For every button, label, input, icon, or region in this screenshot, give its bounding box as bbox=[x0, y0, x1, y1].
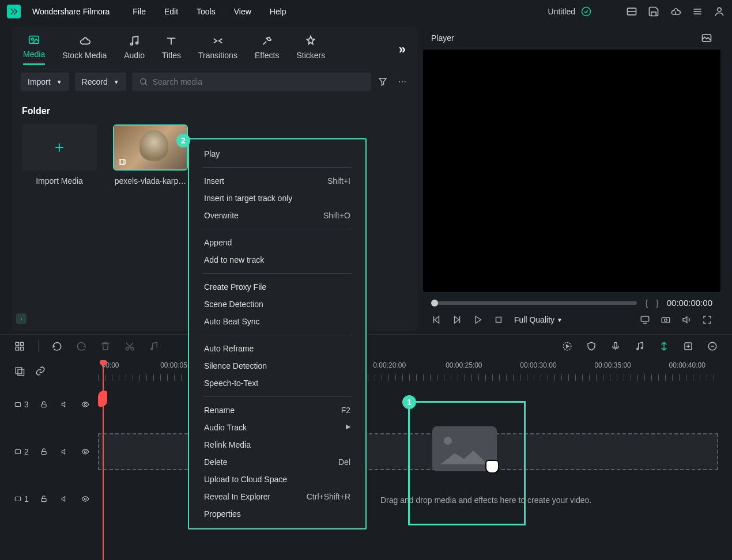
cm-insert-target[interactable]: Insert in target track only bbox=[189, 190, 365, 207]
cm-upload-cloud[interactable]: Upload to Cloud Space bbox=[189, 471, 365, 488]
search-box[interactable] bbox=[132, 73, 371, 91]
tab-transitions[interactable]: Transitions bbox=[198, 35, 237, 65]
marker-icon[interactable] bbox=[658, 340, 670, 352]
cm-append[interactable]: Append bbox=[189, 234, 365, 251]
cm-auto-reframe[interactable]: Auto Reframe bbox=[189, 340, 365, 357]
volume-icon[interactable] bbox=[681, 315, 692, 325]
camera-icon[interactable] bbox=[661, 315, 671, 325]
eye-icon[interactable] bbox=[80, 446, 91, 457]
lock-icon[interactable] bbox=[38, 399, 50, 410]
record-dropdown[interactable]: Record ▼ bbox=[75, 73, 126, 91]
cut-icon[interactable] bbox=[124, 340, 135, 352]
render-icon[interactable] bbox=[561, 340, 573, 352]
search-input[interactable] bbox=[153, 77, 364, 86]
lock-icon[interactable] bbox=[38, 446, 50, 457]
play-icon[interactable] bbox=[473, 315, 483, 325]
cm-create-proxy[interactable]: Create Proxy File bbox=[189, 278, 365, 296]
menubar: Wondershare Filmora File Edit Tools View… bbox=[0, 0, 732, 23]
more-icon[interactable]: ⋯ bbox=[397, 76, 408, 88]
cm-auto-beat[interactable]: Auto Beat Sync bbox=[189, 313, 365, 330]
import-media-box[interactable]: + bbox=[22, 124, 97, 171]
menu-icon[interactable] bbox=[692, 6, 703, 17]
undo-icon[interactable] bbox=[51, 340, 63, 352]
filter-icon[interactable] bbox=[377, 76, 388, 88]
svg-marker-28 bbox=[683, 317, 687, 323]
scrubber[interactable] bbox=[431, 301, 637, 305]
grid-icon[interactable] bbox=[14, 340, 25, 352]
menu-edit[interactable]: Edit bbox=[164, 7, 178, 16]
svg-point-34 bbox=[131, 347, 134, 350]
more-tabs-icon[interactable]: » bbox=[399, 42, 406, 57]
player-viewport[interactable] bbox=[423, 50, 720, 292]
cm-delete[interactable]: DeleteDel bbox=[189, 453, 365, 471]
zoom-out-icon[interactable] bbox=[707, 340, 718, 352]
add-marker-icon[interactable] bbox=[682, 340, 694, 352]
mute-icon[interactable] bbox=[59, 493, 70, 505]
menu-help[interactable]: Help bbox=[270, 7, 286, 16]
cm-insert[interactable]: InsertShift+I bbox=[189, 172, 365, 190]
plus-icon: + bbox=[55, 138, 64, 157]
media-clip-box[interactable] bbox=[113, 124, 188, 171]
eye-icon[interactable] bbox=[80, 399, 91, 410]
mute-icon[interactable] bbox=[59, 399, 70, 410]
redo-icon[interactable] bbox=[76, 340, 87, 352]
expand-panel-icon[interactable]: › bbox=[16, 313, 27, 324]
snapshot-icon[interactable] bbox=[701, 32, 712, 44]
mark-out-icon[interactable]: } bbox=[656, 298, 659, 308]
lock-icon[interactable] bbox=[38, 493, 50, 505]
svg-marker-22 bbox=[476, 316, 481, 323]
tab-effects[interactable]: Effects bbox=[255, 35, 280, 65]
mute-icon[interactable] bbox=[59, 446, 70, 457]
cm-overwrite[interactable]: OverwriteShift+O bbox=[189, 207, 365, 224]
prev-frame-icon[interactable] bbox=[431, 315, 442, 325]
music-icon[interactable] bbox=[148, 340, 160, 352]
cm-rename[interactable]: RenameF2 bbox=[189, 402, 365, 419]
import-dropdown[interactable]: Import ▼ bbox=[21, 73, 69, 91]
save-icon[interactable] bbox=[648, 6, 659, 17]
tab-stock-media[interactable]: Stock Media bbox=[62, 35, 107, 65]
menu-view[interactable]: View bbox=[234, 7, 251, 16]
cm-audio-track[interactable]: Audio Track▶ bbox=[189, 419, 365, 436]
separator bbox=[203, 229, 352, 229]
playhead[interactable] bbox=[103, 361, 104, 560]
delete-icon[interactable] bbox=[100, 340, 111, 352]
shield-icon[interactable] bbox=[586, 340, 597, 352]
cm-reveal[interactable]: Reveal In ExplorerCtrl+Shift+R bbox=[189, 488, 365, 505]
track-options-icon[interactable] bbox=[14, 365, 25, 377]
mic-icon[interactable] bbox=[610, 340, 621, 352]
drop-media-illustration bbox=[432, 426, 497, 471]
cm-silence-detection[interactable]: Silence Detection bbox=[189, 357, 365, 374]
cm-speech-to-text[interactable]: Speech-to-Text bbox=[189, 374, 365, 392]
play-back-icon[interactable] bbox=[452, 315, 462, 325]
layout-icon[interactable] bbox=[626, 6, 637, 17]
cloud-icon[interactable] bbox=[670, 6, 681, 17]
svg-rect-38 bbox=[614, 342, 617, 347]
tab-titles[interactable]: Titles bbox=[162, 35, 181, 65]
tab-audio[interactable]: Audio bbox=[124, 35, 145, 65]
cm-scene-detection[interactable]: Scene Detection bbox=[189, 296, 365, 313]
cm-play[interactable]: Play bbox=[189, 145, 365, 162]
menu-tools[interactable]: Tools bbox=[197, 7, 216, 16]
import-media-tile[interactable]: + Import Media bbox=[22, 124, 97, 186]
tab-stickers[interactable]: Stickers bbox=[296, 35, 325, 65]
eye-icon[interactable] bbox=[80, 493, 91, 505]
link-icon[interactable] bbox=[35, 365, 46, 377]
quality-dropdown[interactable]: Full Quality ▼ bbox=[514, 315, 563, 324]
media-clip-tile[interactable]: pexels-vlada-karp… bbox=[113, 124, 188, 186]
menu-file[interactable]: File bbox=[133, 7, 146, 16]
display-icon[interactable] bbox=[640, 315, 650, 325]
tab-media[interactable]: Media bbox=[23, 33, 45, 65]
chevron-down-icon: ▼ bbox=[56, 79, 62, 85]
user-icon[interactable] bbox=[714, 6, 725, 17]
cm-properties[interactable]: Properties bbox=[189, 505, 365, 523]
stop-icon[interactable] bbox=[493, 315, 504, 325]
fullscreen-icon[interactable] bbox=[702, 315, 712, 325]
chevron-down-icon: ▼ bbox=[557, 317, 563, 323]
cm-add-new-track[interactable]: Add to new track bbox=[189, 251, 365, 268]
cm-relink[interactable]: Relink Media bbox=[189, 436, 365, 453]
audio-mix-icon[interactable] bbox=[634, 340, 646, 352]
timecode: 00:00:00:00 bbox=[667, 298, 712, 308]
mark-in-icon[interactable]: { bbox=[645, 298, 648, 308]
drop-hint-text: Drag and drop media and effects here to … bbox=[380, 495, 591, 505]
svg-point-51 bbox=[84, 403, 86, 406]
